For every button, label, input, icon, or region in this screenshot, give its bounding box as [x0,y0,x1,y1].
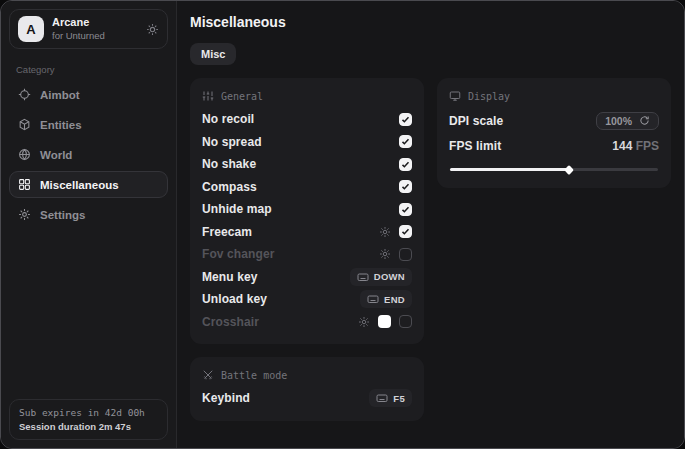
setting-row-menu-key: Menu key DOWN [202,266,412,289]
setting-row-no-shake: No shake [202,153,412,176]
reset-refresh-icon[interactable] [639,115,650,126]
globe-icon [18,148,31,161]
setting-label: Compass [202,180,393,194]
battle-mode-card-title: Battle mode [221,370,287,381]
brand-gear-icon[interactable] [146,23,159,36]
monitor-icon [449,90,461,102]
setting-row-no-spread: No spread [202,131,412,154]
fps-limit-slider[interactable] [450,168,658,171]
dpi-scale-value: 100% [605,115,632,127]
compass-checkbox[interactable] [399,180,412,193]
setting-label: Crosshair [202,315,352,329]
app-logo: A [18,16,44,42]
setting-row-fps-limit: FPS limit 144 FPS [449,133,659,158]
setting-row-keybind: Keybind F5 [202,387,412,410]
fov-changer-checkbox[interactable] [399,248,412,261]
sidebar-item-entities[interactable]: Entities [9,111,168,138]
setting-row-crosshair: Crosshair [202,311,412,334]
cube-icon [18,118,31,131]
battle-keybind-value: F5 [393,393,405,404]
setting-label: DPI scale [449,114,596,128]
general-card-title: General [221,91,263,102]
sidebar-item-label: Aimbot [40,89,80,101]
display-card-header: Display [449,90,659,102]
display-card: Display DPI scale 100% FPS limit 144 FPS [437,78,671,188]
subscription-status-card: Sub expires in 42d 00h Session duration … [9,399,168,440]
setting-row-dpi-scale: DPI scale 100% [449,108,659,133]
setting-row-unhide-map: Unhide map [202,198,412,221]
general-card-header: General [202,90,412,102]
crosshair-icon [18,88,31,101]
setting-label: Freecam [202,225,373,239]
right-column: Display DPI scale 100% FPS limit 144 FPS [437,78,671,188]
sub-expiry-text: Sub expires in 42d 00h [19,407,158,418]
app-title: Arcane [52,16,105,30]
grid-icon [18,178,31,191]
main-panel: Miscellaneous Misc General No recoil [177,1,684,448]
unload-key-chip[interactable]: END [360,290,412,308]
no-recoil-checkbox[interactable] [399,113,412,126]
sidebar-item-label: World [40,149,72,161]
page-title: Miscellaneous [190,14,671,30]
setting-label: Keybind [202,391,363,405]
sidebar-item-label: Miscellaneous [40,179,119,191]
dpi-scale-chip[interactable]: 100% [596,112,659,130]
sidebar-item-aimbot[interactable]: Aimbot [9,81,168,108]
sidebar-item-miscellaneous[interactable]: Miscellaneous [9,171,168,198]
sliders-icon [202,90,214,102]
keyboard-icon [376,392,388,404]
slider-thumb[interactable] [564,165,574,175]
fov-settings-gear-icon[interactable] [379,248,391,260]
setting-label: Fov changer [202,247,373,261]
no-shake-checkbox[interactable] [399,158,412,171]
setting-label: FPS limit [449,139,612,153]
fps-limit-value: 144 FPS [612,139,659,153]
keyboard-icon [357,271,369,283]
battle-mode-card-header: Battle mode [202,369,412,381]
freecam-settings-gear-icon[interactable] [379,226,391,238]
general-card: General No recoil No spread [190,78,424,344]
setting-label: Unload key [202,292,354,306]
brand-card: A Arcane for Unturned [9,9,168,49]
display-card-title: Display [468,91,510,102]
freecam-checkbox[interactable] [399,225,412,238]
unhide-map-checkbox[interactable] [399,203,412,216]
setting-row-freecam: Freecam [202,221,412,244]
slider-fill [450,168,569,171]
sidebar: A Arcane for Unturned Category Aimbot [1,1,177,448]
app-subtitle: for Unturned [52,30,105,42]
brand-text: Arcane for Unturned [52,16,105,42]
category-label: Category [16,64,161,75]
setting-row-fov-changer: Fov changer [202,243,412,266]
setting-label: No recoil [202,112,393,126]
content-columns: General No recoil No spread [190,78,671,421]
tab-bar: Misc [190,43,671,65]
setting-label: No shake [202,157,393,171]
crosshair-color-swatch[interactable] [378,315,391,328]
setting-row-compass: Compass [202,176,412,199]
app-window: A Arcane for Unturned Category Aimbot [0,0,685,449]
swords-icon [202,369,214,381]
sidebar-item-world[interactable]: World [9,141,168,168]
battle-keybind-chip[interactable]: F5 [369,389,412,407]
sidebar-item-settings[interactable]: Settings [9,201,168,228]
setting-row-unload-key: Unload key END [202,288,412,311]
setting-label: Unhide map [202,202,393,216]
left-column: General No recoil No spread [190,78,424,421]
setting-label: No spread [202,135,393,149]
tab-misc[interactable]: Misc [190,43,236,65]
sidebar-item-label: Entities [40,119,82,131]
no-spread-checkbox[interactable] [399,135,412,148]
battle-mode-card: Battle mode Keybind F5 [190,357,424,421]
gear-icon [18,208,31,221]
menu-key-value: DOWN [374,271,405,282]
unload-key-value: END [384,294,405,305]
crosshair-settings-gear-icon[interactable] [358,316,370,328]
setting-row-no-recoil: No recoil [202,108,412,131]
sidebar-item-label: Settings [40,209,85,221]
setting-label: Menu key [202,270,344,284]
menu-key-chip[interactable]: DOWN [350,268,412,286]
crosshair-checkbox[interactable] [399,315,412,328]
keyboard-icon [367,293,379,305]
session-duration-text: Session duration 2m 47s [19,421,158,432]
